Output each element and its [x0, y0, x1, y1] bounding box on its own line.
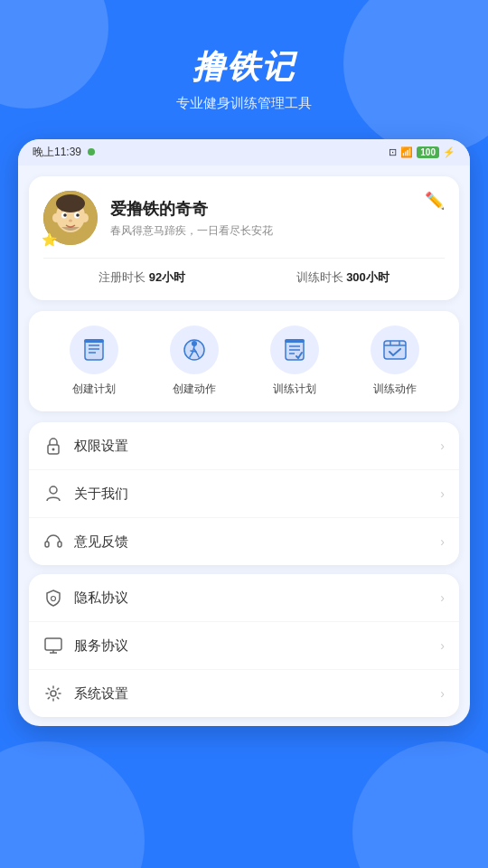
svg-rect-15 — [84, 339, 104, 343]
training-action-icon — [382, 337, 408, 363]
phone-mockup: 晚上11:39 ⊡ 📶 100 ⚡ — [18, 139, 470, 726]
svg-point-7 — [63, 213, 67, 217]
create-plan-icon — [81, 337, 107, 363]
status-bar: 晚上11:39 ⊡ 📶 100 ⚡ — [18, 139, 470, 165]
profile-motto: 春风得意马蹄疾，一日看尽长安花 — [110, 223, 425, 239]
menu-item-permission[interactable]: 权限设置 › — [29, 422, 459, 470]
action-label-training-action: 训练动作 — [373, 382, 417, 397]
svg-rect-34 — [58, 542, 61, 547]
wifi-icon: 📶 — [400, 146, 413, 158]
menu-section-2: 隐私协议 › 服务协议 › 系统设置 › — [29, 574, 459, 717]
status-icons: ⊡ 📶 100 ⚡ — [389, 146, 455, 158]
lock-icon — [43, 436, 63, 456]
avatar: ⭐ — [43, 191, 98, 245]
bg-blob-bottom-right — [352, 741, 488, 868]
svg-point-9 — [69, 220, 72, 222]
arrow-icon-service: › — [440, 638, 445, 653]
menu-item-privacy[interactable]: 隐私协议 › — [29, 574, 459, 622]
svg-point-18 — [192, 341, 197, 346]
svg-point-2 — [56, 194, 85, 212]
menu-item-service[interactable]: 服务协议 › — [29, 622, 459, 670]
menu-section-1: 权限设置 › 关于我们 › 意见反馈 › — [29, 422, 459, 565]
action-icon-wrap-training-action — [371, 326, 419, 374]
action-label-create-plan: 创建计划 — [72, 382, 116, 397]
arrow-icon-permission: › — [440, 439, 445, 453]
menu-item-about[interactable]: 关于我们 › — [29, 470, 459, 518]
app-subtitle: 专业健身训练管理工具 — [0, 95, 488, 112]
profile-stats: 注册时长 92小时 训练时长 300小时 — [43, 258, 445, 286]
action-training-action[interactable]: 训练动作 — [371, 326, 419, 397]
menu-text-about: 关于我们 — [74, 486, 440, 503]
app-title: 撸铁记 — [0, 45, 488, 90]
action-label-training-plan: 训练计划 — [273, 382, 316, 397]
svg-point-39 — [51, 691, 56, 696]
action-icon-wrap-create-action — [170, 326, 219, 374]
profile-card: ⭐ 爱撸铁的奇奇 春风得意马蹄疾，一日看尽长安花 ✏️ 注册时长 92小时 训练… — [29, 176, 459, 300]
menu-text-privacy: 隐私协议 — [74, 590, 440, 607]
headset-icon — [43, 532, 63, 552]
create-action-icon — [182, 337, 207, 363]
menu-item-feedback[interactable]: 意见反馈 › — [29, 518, 459, 565]
arrow-icon-settings: › — [440, 686, 445, 701]
menu-text-feedback: 意见反馈 — [74, 533, 440, 551]
status-time: 晚上11:39 — [33, 145, 95, 160]
svg-rect-25 — [384, 341, 406, 359]
action-icon-wrap-training-plan — [270, 326, 319, 374]
training-stat: 训练时长 300小时 — [296, 269, 389, 286]
svg-point-32 — [50, 486, 57, 494]
svg-point-4 — [81, 213, 89, 222]
action-create-action[interactable]: 创建动作 — [170, 326, 219, 397]
menu-item-settings[interactable]: 系统设置 › — [29, 670, 459, 717]
svg-point-35 — [52, 597, 56, 601]
gear-icon — [43, 684, 63, 703]
status-dot — [88, 148, 95, 156]
battery-badge: 100 — [417, 146, 439, 158]
svg-rect-33 — [45, 542, 49, 547]
registration-stat: 注册时长 92小时 — [99, 269, 185, 286]
action-icon-wrap-create-plan — [70, 326, 118, 374]
profile-info: 爱撸铁的奇奇 春风得意马蹄疾，一日看尽长安花 — [110, 198, 425, 239]
menu-text-permission: 权限设置 — [74, 438, 440, 455]
arrow-icon-about: › — [440, 486, 445, 501]
photo-icon: ⊡ — [389, 146, 397, 158]
arrow-icon-privacy: › — [440, 590, 445, 605]
action-training-plan[interactable]: 训练计划 — [270, 326, 319, 397]
quick-actions: 创建计划 创建动作 — [29, 311, 459, 411]
person-icon — [43, 484, 63, 504]
profile-name: 爱撸铁的奇奇 — [110, 198, 425, 220]
svg-point-3 — [52, 213, 60, 222]
edit-icon[interactable]: ✏️ — [425, 191, 445, 211]
svg-point-31 — [52, 448, 55, 451]
action-label-create-action: 创建动作 — [173, 382, 216, 397]
avatar-star: ⭐ — [42, 232, 57, 247]
svg-rect-10 — [85, 340, 103, 360]
shield-icon — [43, 588, 63, 608]
svg-rect-21 — [285, 339, 305, 343]
arrow-icon-feedback: › — [440, 534, 445, 549]
menu-text-settings: 系统设置 — [74, 685, 440, 703]
menu-text-service: 服务协议 — [74, 637, 440, 655]
lightning-icon: ⚡ — [443, 146, 455, 158]
bg-blob-bottom-left — [0, 741, 145, 868]
svg-point-8 — [76, 213, 80, 217]
desktop-icon — [43, 636, 63, 656]
profile-top: ⭐ 爱撸铁的奇奇 春风得意马蹄疾，一日看尽长安花 ✏️ — [43, 191, 445, 245]
action-create-plan[interactable]: 创建计划 — [70, 326, 118, 397]
header: 撸铁记 专业健身训练管理工具 — [0, 0, 488, 130]
training-plan-icon — [282, 337, 307, 363]
svg-rect-36 — [45, 638, 61, 650]
